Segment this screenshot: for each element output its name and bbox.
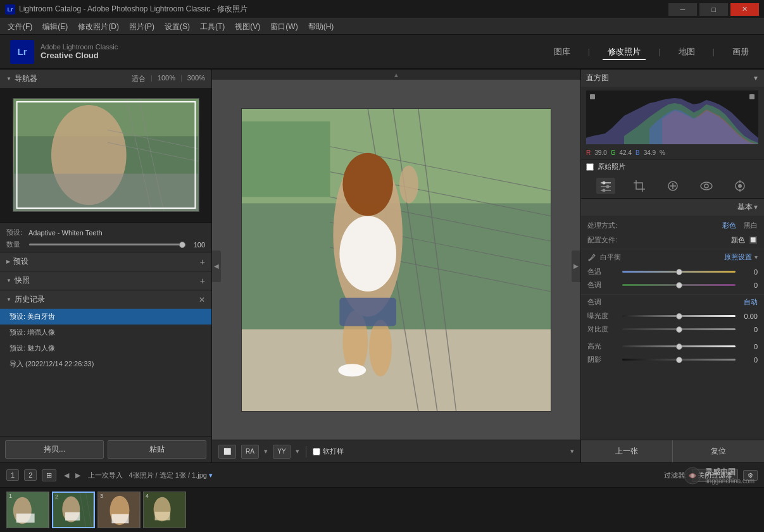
history-item[interactable]: 预设: 美白牙齿: [0, 309, 211, 325]
history-item[interactable]: 导入 (2022/12/14 22:26:33): [0, 356, 211, 372]
svg-rect-62: [111, 514, 128, 523]
presets-header[interactable]: ▶ 预设 +: [0, 252, 211, 271]
nav-develop[interactable]: 修改照片: [603, 44, 646, 60]
fs-next-arrow[interactable]: ▶: [73, 470, 83, 481]
navigator-preview-container: [0, 88, 211, 222]
menu-settings[interactable]: 设置(S): [160, 19, 195, 34]
svg-rect-57: [65, 512, 80, 521]
process-bw[interactable]: 黑白: [744, 221, 758, 230]
menu-window[interactable]: 窗口(W): [265, 19, 303, 34]
thumbnail-4[interactable]: 4: [143, 492, 186, 528]
shadows-thumb[interactable]: [676, 357, 682, 363]
menu-file[interactable]: 文件(F): [3, 19, 37, 34]
thumbnail-3[interactable]: 3: [97, 492, 141, 528]
menu-help[interactable]: 帮助(H): [303, 19, 339, 34]
svg-point-51: [589, 259, 591, 261]
hist-g-value: 42.4: [619, 149, 631, 156]
contrast-label: 对比度: [587, 325, 622, 334]
filename-link[interactable]: ▾: [209, 471, 213, 479]
menu-tools[interactable]: 工具(T): [195, 19, 230, 34]
wb-value[interactable]: 原照设置: [724, 252, 752, 262]
paste-button[interactable]: 粘贴: [108, 440, 206, 459]
minimize-button[interactable]: ─: [668, 3, 697, 16]
temp-slider[interactable]: [622, 271, 736, 273]
thumbnail-1[interactable]: 1: [6, 492, 49, 528]
history-section: ▼ 历史记录 ✕ 预设: 美白牙齿 预设: 增强人像 预设: 魅力人像 导入 (…: [0, 290, 211, 436]
tone-auto[interactable]: 自动: [744, 297, 758, 307]
amount-slider[interactable]: [29, 244, 182, 245]
canvas-options-arrow[interactable]: ▾: [570, 447, 574, 455]
nav-map[interactable]: 地图: [673, 44, 700, 60]
count-label: 4张照片 / 选定 1张 / 1.jpg: [128, 471, 206, 479]
svg-point-67: [691, 474, 694, 478]
yy-button[interactable]: YY: [273, 445, 291, 459]
tint-thumb[interactable]: [676, 282, 682, 288]
close-button[interactable]: ✕: [730, 3, 759, 16]
menu-photo[interactable]: 照片(P): [124, 19, 160, 34]
calibrate-tool-icon[interactable]: [730, 178, 749, 194]
shadows-slider[interactable]: [622, 359, 736, 361]
thumb-num-2: 2: [55, 493, 58, 500]
copy-button[interactable]: 拷贝...: [5, 440, 104, 459]
heal-tool-icon[interactable]: [663, 178, 682, 194]
zoom-100[interactable]: 100%: [158, 74, 175, 84]
sliders-tool-icon[interactable]: [596, 178, 615, 194]
svg-point-25: [338, 364, 366, 376]
history-item[interactable]: 预设: 增强人像: [0, 325, 211, 340]
preset-info-section: 预设: Adaptive - Whiten Teeth 数量 100: [0, 223, 211, 252]
navigator-title: 导航器: [15, 73, 132, 84]
exposure-slider[interactable]: [622, 315, 736, 317]
profile-icon[interactable]: 🔲: [749, 236, 758, 244]
navigator-header[interactable]: ▼ 导航器 适合 | 100% | 300%: [0, 70, 211, 88]
wb-label: 白平衡: [600, 252, 724, 262]
snapshots-add-icon[interactable]: +: [200, 276, 205, 286]
nav-tabs: 图库 | 修改照片 | 地图 | 画册: [549, 44, 754, 60]
snapshots-header[interactable]: ▼ 快照 +: [0, 271, 211, 290]
process-mode-row: 处理方式: 彩色 黑白: [581, 218, 764, 233]
hist-r-value: 39.0: [594, 149, 606, 156]
left-collapse-arrow[interactable]: ◀: [212, 251, 221, 282]
ra-button[interactable]: RA: [241, 445, 259, 459]
maximize-button[interactable]: □: [699, 3, 728, 16]
menu-develop[interactable]: 修改照片(D): [73, 19, 124, 34]
grid-button[interactable]: ⊞: [42, 469, 56, 481]
nav-book[interactable]: 画册: [727, 44, 754, 60]
contrast-thumb[interactable]: [676, 326, 682, 333]
temp-thumb[interactable]: [676, 269, 682, 275]
highlights-slider[interactable]: [622, 345, 736, 347]
zoom-fit[interactable]: 适合: [132, 74, 146, 84]
orig-photo-checkbox[interactable]: [586, 163, 594, 171]
history-close-icon[interactable]: ✕: [199, 295, 205, 304]
contrast-slider[interactable]: [622, 328, 736, 330]
zoom-300[interactable]: 300%: [187, 74, 205, 84]
crop-tool-icon[interactable]: [630, 178, 649, 194]
svg-rect-34: [590, 94, 595, 99]
process-color[interactable]: 彩色: [722, 221, 736, 230]
amount-thumb[interactable]: [179, 242, 185, 248]
mask-tool-icon[interactable]: [697, 178, 716, 194]
menu-view[interactable]: 视图(V): [230, 19, 265, 34]
right-collapse-arrow[interactable]: ▶: [572, 251, 580, 282]
thumbnail-2[interactable]: 2: [52, 492, 95, 528]
temp-label: 色温: [587, 267, 622, 276]
prev-photo-button[interactable]: 上一张: [581, 440, 673, 462]
history-item[interactable]: 预设: 魅力人像: [0, 340, 211, 356]
highlights-thumb[interactable]: [676, 343, 682, 350]
page1-button[interactable]: 1: [6, 469, 19, 481]
svg-rect-54: [16, 514, 35, 523]
nav-library[interactable]: 图库: [549, 44, 575, 60]
fs-prev-arrow[interactable]: ◀: [61, 470, 72, 481]
presets-add-icon[interactable]: +: [200, 257, 205, 267]
navigator-section: ▼ 导航器 适合 | 100% | 300%: [0, 70, 211, 223]
exposure-thumb[interactable]: [676, 313, 682, 319]
soft-proof-checkbox[interactable]: [313, 448, 320, 455]
page2-button[interactable]: 2: [24, 469, 37, 481]
tint-slider[interactable]: [622, 284, 736, 286]
temp-value: 0: [736, 268, 758, 276]
menu-edit[interactable]: 编辑(E): [37, 19, 73, 34]
soft-proof-label[interactable]: 软打样: [313, 447, 344, 456]
frame-button[interactable]: ⬜: [218, 445, 236, 459]
reset-button[interactable]: 复位: [673, 440, 764, 462]
wb-dropdown-icon[interactable]: ▾: [755, 254, 758, 261]
profile-value[interactable]: 颜色: [731, 235, 745, 245]
